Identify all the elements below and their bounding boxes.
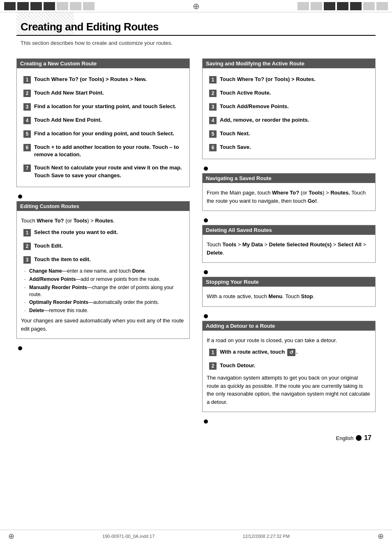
save-step-5: 5 Touch Next.: [207, 128, 371, 139]
save-step-4-text: Add, remove, or reorder the points.: [220, 116, 309, 124]
edit-step-2-num: 2: [23, 243, 31, 250]
two-column-layout: Creating a New Custom Route 1 Touch Wher…: [16, 58, 376, 426]
section-navigating-header: Navigating a Saved Route: [203, 174, 375, 183]
top-square-5: [57, 2, 68, 10]
deleting-text: Touch Tools > My Data > Delete Selected …: [207, 241, 371, 257]
section-editing-custom-routes: Editing Custom Routes Touch Where To? (o…: [16, 201, 190, 339]
section-deleting-header: Deleting All Saved Routes: [203, 225, 375, 235]
detour-step-2-text: Touch Detour.: [220, 362, 255, 369]
section-deleting-content: Touch Tools > My Data > Delete Selected …: [203, 235, 375, 262]
save-step-6: 6 Touch Save.: [207, 142, 371, 153]
navigating-text: From the Main page, touch Where To? (or …: [207, 189, 371, 205]
step-7-num: 7: [23, 164, 31, 172]
section-dot-5: [204, 270, 208, 274]
save-step-6-text: Touch Save.: [220, 144, 251, 151]
section-saving-content: 1 Touch Where To? (or Tools) > Routes. 2…: [203, 68, 375, 159]
detour-step-1-text: With a route active, touch ↺.: [220, 348, 297, 356]
left-column: Creating a New Custom Route 1 Touch Wher…: [16, 58, 190, 426]
step-3-text: Find a location for your starting point,…: [34, 103, 176, 110]
edit-step-3: 3 Touch the item to edit.: [21, 254, 185, 265]
top-square-r1: [297, 2, 309, 10]
save-step-4: 4 Add, remove, or reorder the points.: [207, 115, 371, 126]
step-1-num: 1: [23, 76, 31, 83]
top-square-7: [83, 2, 95, 10]
stopping-text: With a route active, touch Menu. Touch S…: [207, 292, 371, 301]
bottom-left-crosshair-icon: ⊕: [8, 532, 14, 541]
page-number-area: English 17: [16, 434, 376, 442]
save-step-3: 3 Touch Add/Remove Points.: [207, 101, 371, 112]
page-lang-label: English: [336, 435, 354, 441]
page-number: 17: [364, 434, 371, 442]
section-saving-header: Saving and Modifying the Active Route: [203, 59, 375, 68]
save-step-2-text: Touch Active Route.: [220, 89, 271, 97]
detour-icon: ↺: [287, 349, 295, 356]
step-7-text: Touch Next to calculate your route and v…: [34, 164, 183, 179]
step-4-text: Touch Add New End Point.: [34, 116, 102, 124]
bottom-right-crosshair-icon: ⊕: [378, 532, 384, 541]
step-4: 4 Touch Add New End Point.: [21, 115, 185, 126]
bullet-add-remove: Add/Remove Points—add or remove points f…: [24, 276, 185, 283]
bullet-optimally-reorder: Optimally Reorder Points—automatically o…: [24, 299, 185, 306]
section-dot-1: [18, 195, 22, 199]
edit-step-3-text: Touch the item to edit.: [34, 256, 91, 263]
step-2-num: 2: [23, 90, 31, 97]
section-dot-6: [204, 314, 208, 318]
save-step-1: 1 Touch Where To? (or Tools) > Routes.: [207, 74, 371, 85]
top-square-r5: [350, 2, 362, 10]
save-step-3-num: 3: [209, 103, 217, 111]
section-stopping-header: Stopping Your Route: [203, 277, 375, 287]
section-dot-3: [204, 167, 208, 171]
bullet-list: Change Name—enter a new name, and touch …: [24, 268, 185, 314]
section-detour-content: If a road on your route is closed, you c…: [203, 331, 375, 412]
save-step-1-num: 1: [209, 76, 217, 83]
save-step-1-text: Touch Where To? (or Tools) > Routes.: [220, 76, 316, 83]
page-content: Creating and Editing Routes This section…: [0, 12, 392, 466]
step-6-text: Touch + to add another location to your …: [34, 144, 183, 158]
editing-intro: Touch Where To? (or Tools) > Routes.: [21, 217, 185, 225]
section-creating-new-custom-route: Creating a New Custom Route 1 Touch Wher…: [16, 58, 190, 187]
step-7: 7 Touch Next to calculate your route and…: [21, 162, 185, 181]
detour-footer: The navigation system attempts to get yo…: [207, 374, 371, 406]
top-square-r2: [311, 2, 322, 10]
edit-step-2-text: Touch Edit.: [34, 242, 63, 250]
section-navigating: Navigating a Saved Route From the Main p…: [202, 173, 376, 211]
top-square-r4: [337, 2, 348, 10]
title-section: Creating and Editing Routes: [16, 21, 376, 36]
section-detour: Adding a Detour to a Route If a road on …: [202, 321, 376, 412]
bottom-bar: ⊕ 190-00971-00_0A.indd 17 12/12/2008 2:2…: [0, 530, 392, 542]
top-bar: ⊕: [0, 0, 392, 12]
step-6: 6 Touch + to add another location to you…: [21, 142, 185, 160]
section-creating-content: 1 Touch Where To? (or Tools) > Routes > …: [17, 68, 189, 187]
section-dot-2: [18, 346, 22, 350]
top-square-r7: [376, 2, 388, 10]
step-2: 2 Touch Add New Start Point.: [21, 88, 185, 99]
edit-step-1-num: 1: [23, 229, 31, 236]
top-square-3: [30, 2, 42, 10]
top-crosshair-icon: ⊕: [191, 1, 201, 11]
edit-step-1-text: Select the route you want to edit.: [34, 229, 118, 236]
top-square-r3: [324, 2, 335, 10]
step-3: 3 Find a location for your starting poin…: [21, 101, 185, 112]
subtitle: This section describes how to create and…: [21, 40, 376, 46]
page-num-circle: [356, 435, 362, 441]
step-2-text: Touch Add New Start Point.: [34, 89, 104, 97]
save-step-4-num: 4: [209, 117, 217, 124]
bullet-change-name: Change Name—enter a new name, and touch …: [24, 268, 185, 275]
save-step-5-text: Touch Next.: [220, 130, 250, 137]
section-stopping: Stopping Your Route With a route active,…: [202, 277, 376, 307]
section-detour-header: Adding a Detour to a Route: [203, 321, 375, 331]
step-1-text: Touch Where To? (or Tools) > Routes > Ne…: [34, 76, 147, 83]
detour-step-1: 1 With a route active, touch ↺.: [207, 347, 371, 358]
bullet-delete: Delete—remove this route.: [24, 307, 185, 314]
editing-footer: Your changes are saved automatically whe…: [21, 317, 185, 333]
step-4-num: 4: [23, 117, 31, 124]
edit-step-2: 2 Touch Edit.: [21, 241, 185, 252]
detour-step-1-num: 1: [209, 349, 217, 356]
bullet-manually-reorder: Manually Reorder Points—change the order…: [24, 284, 185, 298]
detour-step-2: 2 Touch Detour.: [207, 360, 371, 371]
bottom-left-text: 190-00971-00_0A.indd 17: [102, 534, 154, 539]
section-editing-content: Touch Where To? (or Tools) > Routes. 1 S…: [17, 211, 189, 338]
top-square-r6: [363, 2, 375, 10]
top-squares-right: [297, 2, 388, 10]
step-5-num: 5: [23, 130, 31, 138]
